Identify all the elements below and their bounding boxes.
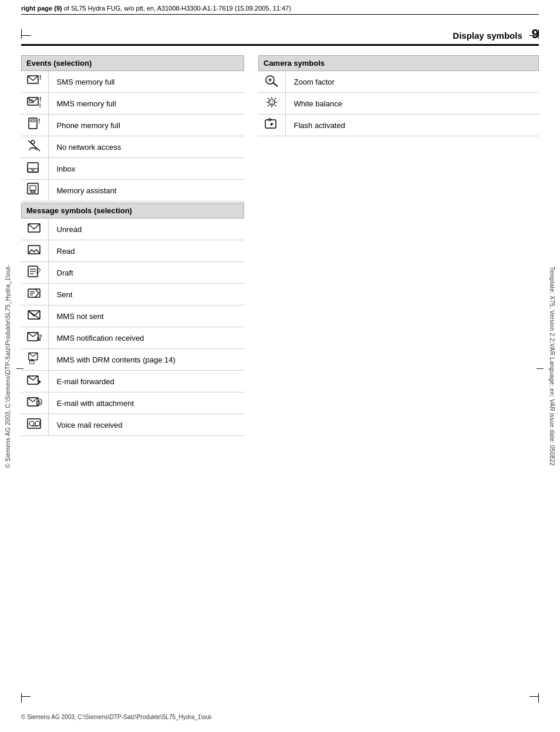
svg-line-12 <box>28 140 40 151</box>
crop-mark-tl-h <box>21 35 31 36</box>
svg-line-54 <box>275 105 276 106</box>
message-section-header: Message symbols (selection) <box>21 203 244 219</box>
events-table: ! SMS memory full <box>21 71 244 202</box>
svg-rect-59 <box>265 120 276 128</box>
mms-notification-icon: N K <box>27 330 42 343</box>
phone-memory-full-label: Phone memory full <box>48 115 244 136</box>
svg-line-53 <box>268 98 269 99</box>
camera-table: Zoom factor <box>258 71 539 136</box>
main-content: right page (9) of SL75 Hydra FUG, w/o pt… <box>21 0 539 436</box>
mms-not-sent-icon <box>27 308 42 321</box>
table-row: Unread <box>21 219 244 240</box>
email-forwarded-icon <box>27 374 42 387</box>
crop-mark-tl-v <box>21 29 22 39</box>
margin-dash-left: — <box>16 364 23 372</box>
white-balance-icon <box>264 96 279 109</box>
svg-line-4 <box>33 98 38 102</box>
draft-label: Draft <box>48 262 244 284</box>
sidebar-right: Template: X75, Version 2.2;VAR Language:… <box>544 0 560 732</box>
table-row: ! Phone memory full <box>21 115 244 136</box>
read-icon-cell <box>21 240 48 262</box>
mms-notification-label: MMS notification received <box>48 327 244 349</box>
svg-text:|: | <box>39 102 41 108</box>
mms-memory-full-label: MMS memory full <box>48 93 244 115</box>
table-row: Zoom factor <box>258 71 539 93</box>
flash-icon <box>264 117 279 130</box>
right-column: Camera symbols Zoom factor <box>258 55 539 136</box>
svg-text:K: K <box>39 333 42 338</box>
svg-rect-35 <box>29 360 34 364</box>
mms-not-sent-label: MMS not sent <box>48 305 244 327</box>
mms-memory-full-icon-cell: ! | <box>21 93 48 115</box>
zoom-icon <box>264 74 279 87</box>
page-title-row: Display symbols 9 <box>21 17 539 46</box>
email-forwarded-icon-cell <box>21 371 48 392</box>
phone-memory-full-icon-cell: ! <box>21 115 48 136</box>
zoom-label: Zoom factor <box>285 71 539 93</box>
mms-drm-icon <box>27 352 42 365</box>
email-attachment-icon-cell <box>21 392 48 414</box>
read-label: Read <box>48 240 244 262</box>
sidebar-left: © Siemens AG 2003, C:\Siemens\DTP-Satz\P… <box>0 0 16 732</box>
page-header: right page (9) of SL75 Hydra FUG, w/o pt… <box>21 0 539 15</box>
mms-memory-full-icon: ! | <box>27 96 42 109</box>
crop-mark-br-v <box>538 693 539 703</box>
crop-mark-bl-v <box>21 693 22 703</box>
read-icon <box>27 243 42 256</box>
no-network-label: No network access <box>48 136 244 158</box>
sent-icon-cell <box>21 284 48 305</box>
svg-point-58 <box>272 101 274 102</box>
no-network-icon-cell <box>21 136 48 158</box>
table-row: N K MMS notification received <box>21 327 244 349</box>
bottom-copyright: © Siemens AG 2003, C:\Siemens\DTP-Satz\P… <box>21 714 212 720</box>
columns-container: Events (selection) ! SMS memo <box>21 55 539 436</box>
email-attachment-label: E-mail with attachment <box>48 392 244 414</box>
voice-mail-label: Voice mail received <box>48 414 244 436</box>
margin-dash-right: — <box>537 364 544 372</box>
svg-point-42 <box>35 421 40 426</box>
inbox-label: Inbox <box>48 158 244 180</box>
white-balance-label: White balance <box>285 93 539 115</box>
unread-label: Unread <box>48 219 244 240</box>
svg-rect-9 <box>31 120 35 122</box>
phone-memory-full-icon: ! <box>27 117 42 130</box>
table-row: Voice mail received <box>21 414 244 436</box>
inbox-icon-cell <box>21 158 48 180</box>
sidebar-right-text: Template: X75, Version 2.2;VAR Language:… <box>549 267 555 466</box>
svg-point-48 <box>269 99 275 105</box>
table-row: Sent <box>21 284 244 305</box>
svg-text:!: ! <box>39 75 41 81</box>
mms-not-sent-icon-cell <box>21 305 48 327</box>
sidebar-left-text: © Siemens AG 2003, C:\Siemens\DTP-Satz\P… <box>5 264 12 468</box>
unread-icon <box>27 221 42 234</box>
draft-icon <box>27 265 42 278</box>
mms-drm-icon-cell <box>21 349 48 371</box>
table-row: MMS with DRM contents (page 14) <box>21 349 244 371</box>
white-balance-icon-cell <box>258 93 285 115</box>
svg-rect-16 <box>30 186 36 190</box>
svg-line-56 <box>268 105 269 106</box>
left-column: Events (selection) ! SMS memo <box>21 55 244 436</box>
table-row: MMS not sent <box>21 305 244 327</box>
svg-marker-61 <box>269 122 274 128</box>
sms-memory-full-icon: ! <box>27 74 42 87</box>
mms-notification-icon-cell: N K <box>21 327 48 349</box>
svg-line-45 <box>273 83 278 86</box>
memory-assistant-icon <box>27 183 42 196</box>
page-title: Display symbols <box>453 31 522 41</box>
memory-assistant-icon-cell <box>21 180 48 202</box>
header-rest: of SL75 Hydra FUG, w/o ptt, en, A31008-H… <box>64 5 291 12</box>
memory-assistant-label: Memory assistant <box>48 180 244 202</box>
inbox-icon <box>27 161 42 174</box>
unread-icon-cell <box>21 219 48 240</box>
crop-mark-tr-v <box>538 29 539 39</box>
table-row: ! SMS memory full <box>21 71 244 93</box>
crop-mark-br-h <box>529 696 539 697</box>
table-row: Inbox <box>21 158 244 180</box>
svg-rect-18 <box>31 190 35 192</box>
voice-mail-icon-cell <box>21 414 48 436</box>
events-section-header: Events (selection) <box>21 55 244 71</box>
svg-text:!: ! <box>38 118 40 125</box>
table-row: Read <box>21 240 244 262</box>
table-row: Flash activated <box>258 115 539 136</box>
